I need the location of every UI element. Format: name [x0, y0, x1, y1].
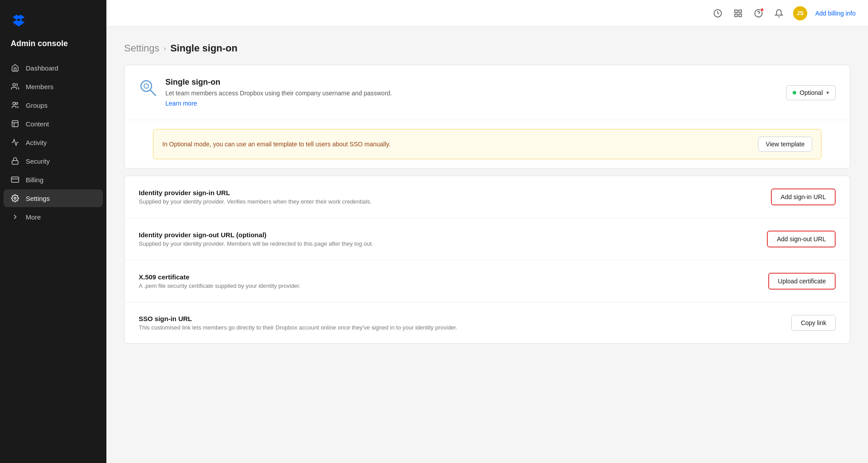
table-row: Identity provider sign-out URL (optional…: [125, 218, 850, 260]
sso-search-icon: [139, 78, 157, 97]
header: JS Add billing info: [106, 0, 868, 27]
breadcrumb-current: Single sign-on: [170, 43, 238, 54]
breadcrumb-separator: ›: [164, 45, 166, 52]
avatar[interactable]: JS: [793, 6, 807, 20]
sso-title: Single sign-on: [165, 78, 392, 87]
svg-point-2: [16, 102, 18, 105]
members-icon: [11, 82, 20, 91]
info-banner-wrapper: In Optional mode, you can use an email t…: [125, 120, 850, 168]
svg-rect-4: [12, 161, 18, 164]
sidebar-item-settings[interactable]: Settings: [4, 189, 103, 207]
breadcrumb-parent: Settings: [124, 43, 160, 54]
sidebar-item-members[interactable]: Members: [4, 78, 103, 95]
sidebar-item-label-settings: Settings: [26, 195, 50, 202]
add-billing-info-link[interactable]: Add billing info: [815, 10, 856, 17]
info-banner-text: In Optional mode, you can use an email t…: [162, 141, 391, 148]
sections-card: Identity provider sign-in URL Supplied b…: [124, 176, 850, 344]
optional-dropdown[interactable]: Optional ▾: [786, 85, 836, 100]
section-left-sign-in-url: Identity provider sign-in URL Supplied b…: [139, 189, 771, 205]
table-row: SSO sign-in URL This customised link let…: [125, 302, 850, 343]
sidebar-item-label-groups: Groups: [26, 102, 47, 109]
copy-link-button[interactable]: Copy link: [791, 315, 836, 331]
sso-description: Let team members access Dropbox using th…: [165, 90, 392, 97]
billing-icon: [11, 175, 20, 184]
main-area: JS Add billing info Settings › Single si…: [106, 0, 868, 463]
settings-icon: [11, 194, 20, 203]
sso-header-left: Single sign-on Let team members access D…: [139, 78, 392, 107]
svg-point-17: [144, 84, 149, 88]
home-icon: [11, 63, 20, 72]
sidebar-item-label-more: More: [26, 213, 41, 221]
add-sign-out-url-button[interactable]: Add sign-out URL: [767, 231, 836, 247]
sso-header-section: Single sign-on Let team members access D…: [125, 65, 850, 120]
svg-rect-9: [735, 10, 737, 12]
svg-point-0: [13, 83, 16, 86]
clock-icon[interactable]: [712, 7, 724, 20]
sidebar-item-groups[interactable]: Groups: [4, 96, 103, 114]
sidebar-item-content[interactable]: Content: [4, 115, 103, 133]
sidebar-item-more[interactable]: More: [4, 208, 103, 226]
breadcrumb: Settings › Single sign-on: [124, 43, 850, 54]
sso-card: Single sign-on Let team members access D…: [124, 65, 850, 169]
status-dot: [793, 91, 796, 94]
sidebar-item-label-billing: Billing: [26, 176, 43, 184]
section-left-x509: X.509 certificate A .pem file security c…: [139, 273, 768, 289]
help-icon[interactable]: [752, 7, 765, 20]
notification-dot: [760, 8, 764, 12]
add-sign-in-url-button[interactable]: Add sign-in URL: [771, 188, 836, 205]
section-desc-sign-in-url: Supplied by your identity provider. Veri…: [139, 198, 771, 205]
groups-icon: [11, 101, 20, 110]
sidebar-logo: [0, 0, 106, 39]
upload-certificate-button[interactable]: Upload certificate: [768, 273, 836, 290]
security-icon: [11, 157, 20, 165]
bell-icon[interactable]: [773, 7, 785, 20]
section-label-sign-out-url: Identity provider sign-out URL (optional…: [139, 231, 767, 239]
sidebar: Admin console Dashboard Members Groups C…: [0, 0, 106, 463]
grid-icon[interactable]: [732, 7, 744, 20]
svg-rect-11: [735, 14, 737, 16]
sidebar-item-label-content: Content: [26, 120, 49, 128]
svg-rect-10: [739, 10, 742, 12]
table-row: Identity provider sign-in URL Supplied b…: [125, 176, 850, 218]
optional-label: Optional: [800, 89, 823, 96]
chevron-right-icon: [11, 212, 20, 221]
view-template-button[interactable]: View template: [758, 137, 812, 152]
sidebar-item-security[interactable]: Security: [4, 152, 103, 170]
table-row: X.509 certificate A .pem file security c…: [125, 260, 850, 302]
section-desc-sso-url: This customised link lets members go dir…: [139, 324, 791, 331]
section-desc-sign-out-url: Supplied by your identity provider. Memb…: [139, 240, 767, 247]
section-left-sso-url: SSO sign-in URL This customised link let…: [139, 315, 791, 331]
svg-rect-3: [12, 121, 18, 127]
content-icon: [11, 119, 20, 128]
sidebar-item-dashboard[interactable]: Dashboard: [4, 59, 103, 77]
section-label-sso-url: SSO sign-in URL: [139, 315, 791, 322]
info-banner: In Optional mode, you can use an email t…: [153, 129, 821, 159]
content-area: Settings › Single sign-on Single sign-on…: [106, 27, 868, 463]
sidebar-title: Admin console: [0, 39, 106, 59]
section-desc-x509: A .pem file security certificate supplie…: [139, 283, 768, 289]
svg-point-1: [13, 102, 16, 105]
svg-rect-5: [12, 177, 19, 182]
svg-point-7: [14, 197, 16, 200]
section-label-sign-in-url: Identity provider sign-in URL: [139, 189, 771, 196]
sidebar-item-billing[interactable]: Billing: [4, 171, 103, 188]
sidebar-item-label-activity: Activity: [26, 139, 47, 146]
chevron-down-icon: ▾: [826, 90, 829, 96]
sso-learn-more-link[interactable]: Learn more: [165, 100, 197, 107]
sidebar-item-label-security: Security: [26, 157, 50, 165]
sidebar-item-label-members: Members: [26, 83, 54, 90]
sidebar-item-label-dashboard: Dashboard: [26, 64, 58, 72]
sidebar-nav: Dashboard Members Groups Content Activit: [0, 59, 106, 226]
sidebar-item-activity[interactable]: Activity: [4, 133, 103, 151]
section-label-x509: X.509 certificate: [139, 273, 768, 281]
section-left-sign-out-url: Identity provider sign-out URL (optional…: [139, 231, 767, 247]
sso-text-block: Single sign-on Let team members access D…: [165, 78, 392, 107]
activity-icon: [11, 138, 20, 147]
info-banner-inner: In Optional mode, you can use an email t…: [125, 129, 850, 159]
svg-line-16: [150, 90, 156, 95]
svg-rect-12: [739, 14, 742, 16]
